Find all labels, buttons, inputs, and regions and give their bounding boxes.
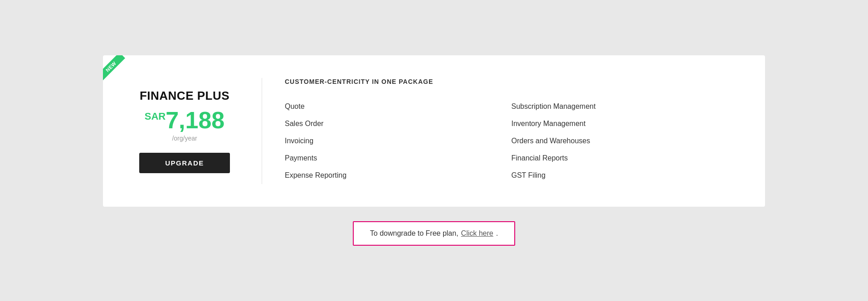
downgrade-dot: .: [496, 229, 498, 238]
price-block: SAR7,188: [145, 108, 225, 132]
pricing-card: FINANCE PLUS SAR7,188 /org/year UPGRADE …: [103, 55, 765, 207]
page-wrapper: FINANCE PLUS SAR7,188 /org/year UPGRADE …: [103, 55, 765, 246]
features-section: CUSTOMER-CENTRICITY IN ONE PACKAGE Quote…: [285, 78, 738, 184]
downgrade-text: To downgrade to Free plan,: [370, 229, 458, 238]
feature-item-orders-warehouses: Orders and Warehouses: [512, 132, 738, 150]
features-right-column: Subscription Management Inventory Manage…: [512, 98, 738, 184]
feature-item-financial-reports: Financial Reports: [512, 150, 738, 167]
downgrade-box: To downgrade to Free plan, Click here .: [353, 221, 515, 246]
price-currency: SAR: [145, 111, 166, 122]
feature-item-subscription-management: Subscription Management: [512, 98, 738, 115]
price-amount: 7,188: [166, 107, 224, 133]
feature-item-invoicing: Invoicing: [285, 132, 512, 150]
new-ribbon: [103, 55, 136, 88]
feature-item-gst-filing: GST Filing: [512, 167, 738, 184]
price-period: /org/year: [172, 135, 197, 142]
feature-item-quote: Quote: [285, 98, 512, 115]
plan-name: FINANCE PLUS: [140, 89, 229, 103]
feature-item-sales-order: Sales Order: [285, 115, 512, 132]
features-columns: Quote Sales Order Invoicing Payments Exp…: [285, 98, 738, 184]
section-divider: [262, 78, 262, 184]
features-left-column: Quote Sales Order Invoicing Payments Exp…: [285, 98, 512, 184]
upgrade-button[interactable]: UPGRADE: [139, 153, 230, 173]
features-title: CUSTOMER-CENTRICITY IN ONE PACKAGE: [285, 78, 738, 85]
feature-item-expense-reporting: Expense Reporting: [285, 167, 512, 184]
downgrade-link[interactable]: Click here: [461, 229, 493, 238]
feature-item-inventory-management: Inventory Management: [512, 115, 738, 132]
feature-item-payments: Payments: [285, 150, 512, 167]
pricing-section: FINANCE PLUS SAR7,188 /org/year UPGRADE: [130, 78, 257, 184]
downgrade-section: To downgrade to Free plan, Click here .: [103, 221, 765, 246]
